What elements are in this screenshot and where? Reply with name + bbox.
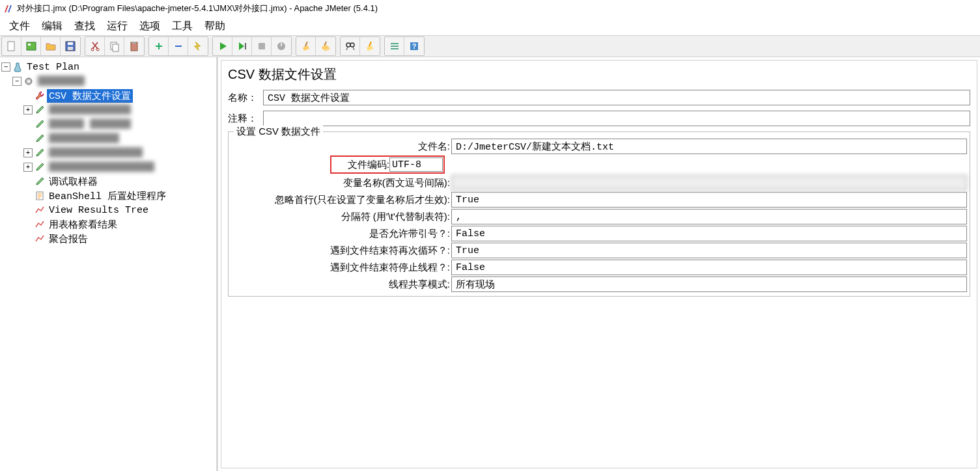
tb-copy[interactable]	[105, 37, 124, 55]
row-encoding: 文件编码:	[231, 155, 967, 174]
tb-function-helper[interactable]	[385, 37, 404, 55]
tree-item[interactable]: ██████ ███████	[1, 117, 215, 131]
menu-search[interactable]: 查找	[69, 18, 100, 34]
label-ignore-first: 忽略首行(只在设置了变量名称后才生效):	[275, 194, 451, 205]
tree-toggle-icon[interactable]: −	[1, 62, 10, 72]
label-quoted: 是否允许带引号？:	[369, 228, 451, 239]
gear-icon	[23, 76, 34, 87]
row-ignore-first: 忽略首行(只在设置了变量名称后才生效):	[231, 192, 967, 208]
svg-rect-15	[245, 43, 246, 49]
input-filename[interactable]	[451, 139, 967, 154]
row-quoted: 是否允许带引号？:	[231, 226, 967, 241]
tree-toggle-icon[interactable]: +	[23, 148, 33, 157]
svg-rect-9	[113, 44, 119, 51]
app-icon	[3, 3, 13, 14]
tree-table-results[interactable]: 用表格察看结果	[1, 217, 215, 232]
tb-clear[interactable]	[296, 37, 316, 55]
menu-options[interactable]: 选项	[134, 18, 165, 34]
menubar: 文件 编辑 查找 运行 选项 工具 帮助	[0, 17, 980, 35]
tree-toggle-icon[interactable]: +	[23, 163, 33, 172]
tree-item[interactable]: + ██████████████████	[1, 160, 215, 174]
tb-expand[interactable]	[149, 37, 169, 55]
input-delimiter[interactable]	[451, 209, 967, 224]
tb-save[interactable]	[61, 37, 80, 55]
label-filename: 文件名:	[418, 141, 451, 152]
tree-label-redacted: ██████████████	[47, 104, 133, 116]
pencil-icon	[35, 176, 45, 187]
tree-label: View Results Tree	[47, 204, 150, 217]
menu-run[interactable]: 运行	[102, 18, 133, 34]
label-encoding: 文件编码:	[332, 159, 389, 171]
tb-toggle[interactable]	[188, 37, 208, 55]
input-name[interactable]	[263, 90, 970, 105]
tb-help[interactable]: ?	[404, 37, 424, 55]
content-split: − Test Plan − ████████ CSV 数据文件设置 + ██	[0, 57, 980, 471]
menu-tools[interactable]: 工具	[167, 18, 198, 34]
tb-cut[interactable]	[85, 37, 105, 55]
tree-root[interactable]: − Test Plan	[1, 60, 215, 74]
tree-label-redacted: ████████████	[47, 133, 121, 145]
tree-csv-config[interactable]: CSV 数据文件设置	[1, 88, 215, 103]
tree-panel[interactable]: − Test Plan − ████████ CSV 数据文件设置 + ██	[0, 57, 218, 471]
tb-clear-all[interactable]	[316, 37, 335, 55]
tree-debug-sampler[interactable]: 调试取样器	[1, 174, 215, 189]
label-varnames: 变量名称(西文逗号间隔):	[343, 177, 451, 188]
tb-search[interactable]	[341, 37, 360, 55]
svg-point-30	[27, 80, 30, 83]
tb-new[interactable]	[2, 37, 21, 55]
tb-open[interactable]	[41, 37, 61, 55]
tree-aggregate-report[interactable]: 聚合报告	[1, 232, 215, 246]
tree-label-selected: CSV 数据文件设置	[47, 89, 133, 103]
tb-templates[interactable]	[21, 37, 41, 55]
tb-collapse[interactable]	[169, 37, 188, 55]
tree-beanshell-post[interactable]: BeanShell 后置处理程序	[1, 189, 215, 203]
tb-shutdown[interactable]	[272, 37, 291, 55]
tb-stop[interactable]	[252, 37, 272, 55]
pencil-icon	[35, 119, 45, 129]
toolbar: ?	[0, 35, 980, 57]
tree-item[interactable]: + ████████████████	[1, 146, 215, 160]
input-comment[interactable]	[263, 111, 970, 126]
label-delimiter: 分隔符 (用'\t'代替制表符):	[341, 211, 451, 222]
chart-icon	[35, 205, 45, 215]
input-share[interactable]	[451, 276, 967, 292]
tb-start-no-timers[interactable]	[232, 37, 252, 55]
menu-file[interactable]: 文件	[4, 18, 35, 34]
input-encoding[interactable]	[389, 157, 443, 172]
input-recycle[interactable]	[451, 243, 967, 258]
flask-icon	[12, 62, 23, 72]
svg-rect-4	[68, 47, 73, 50]
svg-rect-16	[259, 43, 265, 49]
tree-toggle-icon[interactable]: +	[23, 105, 33, 114]
input-quoted[interactable]	[451, 226, 967, 241]
label-stop: 遇到文件结束符停止线程？:	[330, 262, 451, 273]
menu-help[interactable]: 帮助	[199, 18, 231, 34]
tree-label-redacted: ██████ ███████	[47, 118, 133, 131]
svg-rect-1	[27, 42, 36, 50]
label-name: 名称：	[228, 92, 260, 104]
input-ignore-first[interactable]	[451, 192, 967, 208]
tree-thread-group[interactable]: − ████████	[1, 74, 215, 88]
tree-item[interactable]: + ██████████████	[1, 103, 215, 117]
document-icon	[35, 191, 45, 201]
window-title: 对外接口.jmx (D:\Program Files\apache-jmeter…	[17, 3, 378, 14]
fieldset-legend: 设置 CSV 数据文件	[234, 126, 323, 138]
wrench-icon	[35, 90, 45, 101]
input-stop[interactable]	[451, 260, 967, 275]
tree-view-results-tree[interactable]: View Results Tree	[1, 203, 215, 217]
tb-reset-search[interactable]	[360, 37, 380, 55]
svg-point-21	[346, 43, 350, 47]
svg-rect-11	[132, 42, 136, 44]
menu-edit[interactable]: 编辑	[36, 18, 68, 34]
tb-paste[interactable]	[124, 37, 144, 55]
tree-toggle-icon[interactable]: −	[12, 77, 21, 86]
row-share: 线程共享模式:	[231, 276, 967, 292]
svg-rect-0	[8, 42, 14, 51]
input-varnames[interactable]	[451, 175, 967, 191]
tree-label: Test Plan	[25, 61, 81, 74]
highlight-encoding: 文件编码:	[330, 155, 445, 174]
label-recycle: 遇到文件结束符再次循环？:	[330, 245, 451, 256]
tb-start[interactable]	[213, 37, 232, 55]
tree-item[interactable]: ████████████	[1, 131, 215, 146]
svg-rect-2	[28, 44, 31, 46]
